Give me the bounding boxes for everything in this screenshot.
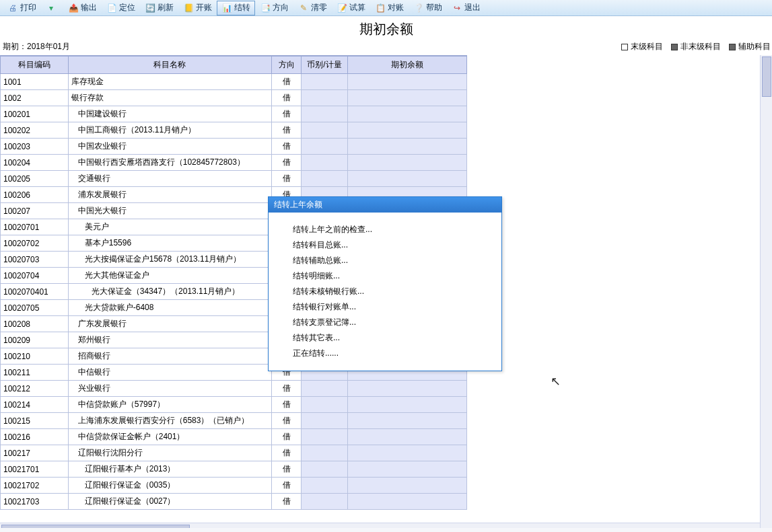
table-row[interactable]: 100214 中信贷款账户（57997）借	[1, 397, 467, 413]
cell-balance[interactable]	[347, 429, 466, 445]
cell-code[interactable]: 100214	[1, 397, 69, 413]
cell-code[interactable]: 100211	[1, 365, 69, 381]
toolbar-btn-试算[interactable]: 📝试算	[332, 1, 370, 15]
table-row[interactable]: 10021702 辽阳银行保证金（0035）借	[1, 478, 467, 494]
cell-code[interactable]: 10020704	[1, 268, 69, 284]
cell-dir[interactable]: 借	[271, 494, 301, 510]
cell-code[interactable]: 100204	[1, 155, 69, 171]
cell-name[interactable]: 中国农业银行	[68, 139, 271, 155]
cell-code[interactable]: 10021703	[1, 494, 69, 510]
cell-name[interactable]: 兴业银行	[68, 381, 271, 397]
cell-code[interactable]: 1001	[1, 74, 69, 90]
col-name-header[interactable]: 科目名称	[68, 56, 271, 74]
cell-name[interactable]: 中信贷款保证金帐户（2401）	[68, 429, 271, 445]
cell-dir[interactable]: 借	[271, 155, 301, 171]
cell-balance[interactable]	[347, 139, 466, 155]
cell-code[interactable]: 10020702	[1, 235, 69, 252]
cell-name[interactable]: 光大保证金（34347）（2013.11月销户）	[68, 284, 271, 300]
cell-name[interactable]: 上海浦东发展银行西安分行（6583）（已销户）	[68, 413, 271, 429]
col-dir-header[interactable]: 方向	[271, 56, 301, 74]
toolbar-btn-清零[interactable]: ✎清零	[293, 1, 332, 15]
cell-code[interactable]: 100210	[1, 348, 69, 365]
cell-code[interactable]: 100215	[1, 413, 69, 429]
cell-name[interactable]: 光大按揭保证金户15678（2013.11月销户）	[68, 252, 271, 268]
cell-name[interactable]: 光大贷款账户-6408	[68, 300, 271, 316]
toolbar-btn-帮助[interactable]: ❔帮助	[409, 1, 447, 15]
toolbar-btn-结转[interactable]: 📊结转	[217, 1, 255, 15]
cell-name[interactable]: 中国建设银行	[68, 106, 271, 122]
cell-name[interactable]: 辽阳银行保证金（0027）	[68, 494, 271, 510]
cell-dir[interactable]: 借	[271, 413, 301, 429]
col-curr-header[interactable]: 币别/计量	[302, 56, 347, 74]
table-row[interactable]: 100204 中国银行西安雁塔西路支行（102845772803）借	[1, 155, 467, 171]
toolbar-btn-对账[interactable]: 📋对账	[370, 1, 409, 15]
cell-code[interactable]: 100217	[1, 445, 69, 461]
cell-currency[interactable]	[302, 155, 347, 171]
cell-name[interactable]: 美元户	[68, 219, 271, 235]
cell-code[interactable]: 10020701	[1, 219, 69, 235]
cell-name[interactable]: 中国工商银行（2013.11月销户）	[68, 122, 271, 139]
cell-dir[interactable]: 借	[271, 74, 301, 90]
cell-name[interactable]: 库存现金	[68, 74, 271, 90]
cell-dir[interactable]: 借	[271, 171, 301, 187]
cell-dir[interactable]: 借	[271, 90, 301, 106]
toolbar-btn-刷新[interactable]: 🔄刷新	[140, 1, 178, 15]
cell-code[interactable]: 100205	[1, 171, 69, 187]
cell-code[interactable]: 10020703	[1, 252, 69, 268]
col-code-header[interactable]: 科目编码	[1, 56, 69, 74]
cell-balance[interactable]	[347, 90, 466, 106]
cell-name[interactable]: 浦东发展银行	[68, 187, 271, 203]
table-row[interactable]: 100212 兴业银行借	[1, 381, 467, 397]
scrollbar-thumb[interactable]	[762, 56, 771, 97]
cell-currency[interactable]	[302, 171, 347, 187]
cell-balance[interactable]	[347, 171, 466, 187]
cell-balance[interactable]	[347, 445, 466, 461]
cell-dir[interactable]: 借	[271, 397, 301, 413]
cell-name[interactable]: 中国银行西安雁塔西路支行（102845772803）	[68, 155, 271, 171]
cell-currency[interactable]	[302, 74, 347, 90]
cell-code[interactable]: 1002070401	[1, 284, 69, 300]
cell-name[interactable]: 广东发展银行	[68, 316, 271, 332]
table-row[interactable]: 100216 中信贷款保证金帐户（2401）借	[1, 429, 467, 445]
table-row[interactable]: 10021701 辽阳银行基本户（2013）借	[1, 461, 467, 478]
cell-balance[interactable]	[347, 381, 466, 397]
cell-code[interactable]: 100212	[1, 381, 69, 397]
cell-code[interactable]: 100206	[1, 187, 69, 203]
toolbar-btn-方向[interactable]: 📑方向	[255, 1, 293, 15]
cell-balance[interactable]	[347, 155, 466, 171]
cell-name[interactable]: 辽阳银行沈阳分行	[68, 445, 271, 461]
toolbar-btn-输出[interactable]: 📤输出	[63, 1, 102, 15]
cell-currency[interactable]	[302, 381, 347, 397]
cell-code[interactable]: 100216	[1, 429, 69, 445]
cell-name[interactable]: 招商银行	[68, 348, 271, 365]
cell-currency[interactable]	[302, 90, 347, 106]
cell-currency[interactable]	[302, 122, 347, 139]
cell-code[interactable]: 10020705	[1, 300, 69, 316]
cell-name[interactable]: 基本户15596	[68, 235, 271, 252]
cell-currency[interactable]	[302, 478, 347, 494]
cell-balance[interactable]	[347, 397, 466, 413]
table-row[interactable]: 100201 中国建设银行借	[1, 106, 467, 122]
toolbar-btn-item1[interactable]: ▾	[41, 1, 63, 15]
table-row[interactable]: 100215 上海浦东发展银行西安分行（6583）（已销户）借	[1, 413, 467, 429]
cell-dir[interactable]: 借	[271, 461, 301, 478]
cell-name[interactable]: 郑州银行	[68, 332, 271, 348]
cell-balance[interactable]	[347, 106, 466, 122]
cell-dir[interactable]: 借	[271, 478, 301, 494]
cell-name[interactable]: 中信银行	[68, 365, 271, 381]
cell-balance[interactable]	[347, 494, 466, 510]
table-row[interactable]: 1001库存现金借	[1, 74, 467, 90]
cell-currency[interactable]	[302, 397, 347, 413]
toolbar-btn-打印[interactable]: 🖨打印	[3, 1, 41, 15]
cell-code[interactable]: 1002	[1, 90, 69, 106]
col-bal-header[interactable]: 期初余额	[347, 56, 466, 74]
cell-dir[interactable]: 借	[271, 445, 301, 461]
cell-code[interactable]: 100207	[1, 203, 69, 219]
cell-name[interactable]: 银行存款	[68, 90, 271, 106]
cell-name[interactable]: 中国光大银行	[68, 203, 271, 219]
vertical-scrollbar[interactable]	[760, 55, 772, 532]
cell-name[interactable]: 辽阳银行基本户（2013）	[68, 461, 271, 478]
cell-currency[interactable]	[302, 139, 347, 155]
cell-balance[interactable]	[347, 413, 466, 429]
table-row[interactable]: 100217 辽阳银行沈阳分行借	[1, 445, 467, 461]
